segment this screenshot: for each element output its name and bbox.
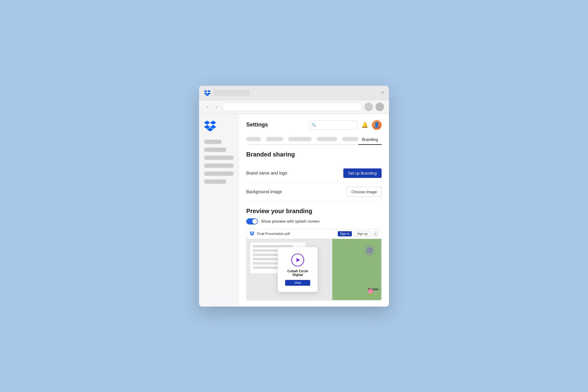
avatar: 👤 — [372, 120, 382, 130]
svg-marker-3 — [296, 258, 300, 262]
brand-name-label: Brand name and logo — [246, 171, 287, 175]
preview-toggle[interactable] — [246, 218, 258, 224]
browser-controls — [204, 89, 250, 96]
svg-marker-1 — [369, 250, 371, 251]
dropbox-tab-logo — [204, 89, 211, 96]
tab-bar-placeholder — [213, 90, 250, 96]
preview-filename: Final Presentation.pdf — [257, 232, 335, 236]
brand-name-row: Brand name and logo Set up Branding — [246, 164, 382, 183]
sidebar-item-6[interactable] — [204, 179, 226, 184]
app-body: Settings 🔍 🔔 👤 Branding — [199, 114, 389, 307]
browser-window: × ‹ › — [199, 86, 389, 307]
sidebar-item-4[interactable] — [204, 164, 234, 168]
background-label: Background image — [246, 189, 282, 194]
sidebar-logo — [204, 120, 234, 132]
sidebar — [199, 114, 239, 307]
preview-play-icon — [364, 245, 375, 256]
back-button[interactable]: ‹ — [204, 104, 211, 110]
close-button[interactable]: × — [381, 90, 384, 96]
tab-placeholder-4[interactable] — [317, 137, 337, 141]
nav-profile-circle — [364, 103, 373, 111]
sidebar-item-2[interactable] — [204, 148, 226, 152]
tab-placeholder-3[interactable] — [288, 137, 312, 141]
preview-signup-button[interactable]: Sign up — [354, 231, 370, 237]
address-bar[interactable] — [222, 103, 362, 111]
preview-title: Preview your branding — [246, 208, 382, 215]
section-title: Branded sharing — [246, 151, 382, 158]
flower-decoration: 🌷 — [366, 288, 375, 297]
preview-overlay: Cobalt Circle Digital View — [278, 247, 318, 292]
browser-titlebar: × — [199, 86, 389, 100]
preview-body: Digital 🌷 Coba — [247, 239, 381, 300]
preview-section: Preview your branding Show preview with … — [246, 208, 382, 300]
main-content: Settings 🔍 🔔 👤 Branding — [239, 114, 389, 307]
toggle-label: Show preview with splash screen — [261, 219, 319, 224]
search-box[interactable]: 🔍 — [309, 120, 358, 130]
toggle-row: Show preview with splash screen — [246, 218, 382, 224]
page-title: Settings — [246, 122, 268, 128]
tab-placeholder-2[interactable] — [266, 137, 284, 141]
choose-image-button[interactable]: Choose image — [347, 187, 382, 197]
search-icon: 🔍 — [311, 123, 316, 127]
sidebar-item-3[interactable] — [204, 156, 234, 160]
tab-nav: Branding — [246, 135, 382, 145]
preview-download-button[interactable]: ↓ — [373, 231, 378, 236]
preview-topbar: Final Presentation.pdf Sign in Sign up ↓ — [247, 229, 381, 239]
setup-branding-button[interactable]: Set up Branding — [343, 168, 382, 178]
header-actions: 🔍 🔔 👤 — [309, 120, 382, 130]
preview-dropbox-logo — [250, 231, 254, 236]
preview-frame: Final Presentation.pdf Sign in Sign up ↓ — [246, 229, 382, 300]
overlay-logo — [291, 253, 304, 267]
background-image-row: Background image Choose image — [246, 183, 382, 202]
bell-icon[interactable]: 🔔 — [361, 122, 368, 128]
nav-profile-circle-2 — [375, 103, 384, 111]
overlay-company-name: Cobalt Circle Digital — [285, 269, 310, 277]
forward-button[interactable]: › — [213, 104, 220, 110]
preview-signin-button[interactable]: Sign in — [338, 231, 352, 236]
tab-branding[interactable]: Branding — [358, 135, 382, 145]
overlay-view-button[interactable]: View — [285, 280, 310, 286]
avatar-emoji: 👤 — [374, 122, 380, 128]
page-header: Settings 🔍 🔔 👤 — [246, 120, 382, 130]
sidebar-item-5[interactable] — [204, 172, 234, 176]
preview-image-area: Digital 🌷 — [332, 239, 381, 300]
browser-nav: ‹ › — [199, 100, 389, 114]
sidebar-item-1[interactable] — [204, 140, 222, 144]
tab-placeholder-5[interactable] — [342, 137, 358, 141]
tab-placeholder-1[interactable] — [246, 137, 261, 141]
